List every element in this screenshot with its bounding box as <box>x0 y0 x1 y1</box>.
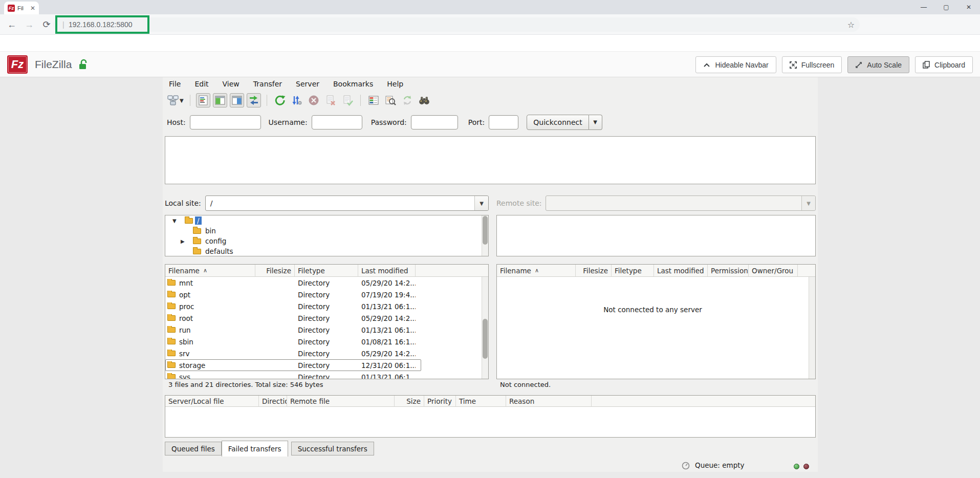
toggle-message-log-button[interactable] <box>196 93 210 107</box>
file-modified: 01/08/21 16:1... <box>358 338 416 346</box>
filter-button[interactable] <box>366 93 381 107</box>
close-button[interactable]: ✕ <box>957 0 980 14</box>
tree-scrollbar[interactable] <box>482 215 488 256</box>
folder-icon <box>193 238 201 244</box>
column-permissions[interactable]: Permission <box>708 265 749 276</box>
scrollbar-thumb[interactable] <box>483 216 488 245</box>
fullscreen-button[interactable]: Fullscreen <box>782 56 842 73</box>
column-reason[interactable]: Reason <box>506 396 592 406</box>
clipboard-button[interactable]: Clipboard <box>915 56 973 73</box>
file-row-sys[interactable]: sys Directory 01/13/21 06:1... <box>165 371 488 379</box>
hideable-navbar-button[interactable]: Hideable Navbar <box>695 56 776 73</box>
column-time[interactable]: Time <box>456 396 506 406</box>
column-filesize[interactable]: Filesize <box>576 265 612 276</box>
disconnect-icon <box>325 95 336 106</box>
tab-successful-transfers[interactable]: Successful transfers <box>291 442 374 455</box>
auto-scale-button[interactable]: Auto Scale <box>847 56 909 73</box>
browser-tab[interactable]: Fz FileZilla ✕ <box>4 2 39 14</box>
tree-item-bin[interactable]: bin <box>165 226 488 236</box>
column-filename[interactable]: Filename∧ <box>497 265 576 276</box>
file-row-sbin[interactable]: sbin Directory 01/08/21 16:1... <box>165 336 488 347</box>
column-direction[interactable]: Directio <box>259 396 287 406</box>
menu-file[interactable]: File <box>169 80 181 88</box>
cancel-icon <box>308 95 319 106</box>
tree-item-root[interactable]: ▼ / <box>165 215 488 226</box>
file-row-run[interactable]: run Directory 01/13/21 06:1... <box>165 324 488 336</box>
scrollbar-thumb[interactable] <box>483 319 488 359</box>
bookmark-star-icon[interactable]: ☆ <box>847 20 855 30</box>
column-modified[interactable]: Last modified <box>654 265 708 276</box>
column-server-local-file[interactable]: Server/Local file <box>165 396 259 406</box>
toggle-local-tree-button[interactable] <box>213 93 227 107</box>
column-size[interactable]: Size <box>395 396 424 406</box>
password-input[interactable] <box>411 115 458 129</box>
cancel-operation-button <box>307 93 321 107</box>
file-row-storage[interactable]: storage Directory 12/31/20 06:1... <box>165 359 421 371</box>
menu-help[interactable]: Help <box>387 80 403 88</box>
tab-close-icon[interactable]: ✕ <box>30 5 35 12</box>
sort-asc-icon: ∧ <box>203 267 207 274</box>
tab-queued-files[interactable]: Queued files <box>165 442 222 455</box>
host-input[interactable] <box>190 115 261 129</box>
column-priority[interactable]: Priority <box>424 396 456 406</box>
column-filename[interactable]: Filename∧ <box>165 265 255 276</box>
back-icon[interactable]: ← <box>4 14 19 35</box>
find-files-button[interactable] <box>417 93 431 107</box>
tree-expanded-icon[interactable]: ▼ <box>172 218 177 224</box>
file-row-mnt[interactable]: mnt Directory 05/29/20 14:2... <box>165 277 488 289</box>
file-row-srv[interactable]: srv Directory 05/29/20 14:2... <box>165 347 488 359</box>
directory-comparison-button[interactable] <box>383 93 398 107</box>
reload-icon[interactable]: ⟳ <box>39 14 54 35</box>
column-remote-file[interactable]: Remote file <box>287 396 395 406</box>
menu-server[interactable]: Server <box>296 80 319 88</box>
message-log[interactable] <box>165 136 816 184</box>
tab-failed-transfers[interactable]: Failed transfers <box>222 441 288 457</box>
tree-item-config[interactable]: ▶ config <box>165 236 488 246</box>
minimize-button[interactable]: — <box>912 0 935 14</box>
speed-limit-icon[interactable] <box>682 462 690 471</box>
quickconnect-dropdown-icon[interactable]: ▼ <box>589 115 602 130</box>
file-name: opt <box>179 291 190 299</box>
menu-edit[interactable]: Edit <box>194 80 208 88</box>
column-owner[interactable]: Owner/Grou <box>749 265 798 276</box>
local-site-label: Local site: <box>165 199 201 207</box>
file-name: srv <box>179 350 190 358</box>
local-tree[interactable]: ▼ / bin ▶ config defaults <box>165 215 489 256</box>
local-site-dropdown-icon[interactable]: ▼ <box>474 196 488 210</box>
toggle-remote-tree-button[interactable] <box>230 93 244 107</box>
maximize-button[interactable]: ▢ <box>935 0 957 14</box>
port-input[interactable] <box>489 115 518 129</box>
toggle-queue-button[interactable] <box>247 93 261 107</box>
local-site-combo[interactable]: / ▼ <box>205 195 489 211</box>
column-filetype[interactable]: Filetype <box>295 265 358 276</box>
url-text[interactable]: 192.168.0.182:5800 <box>69 20 133 29</box>
forward-icon[interactable]: → <box>21 14 37 35</box>
menu-bookmarks[interactable]: Bookmarks <box>333 80 373 88</box>
browser-toolbar: ← → ⟳ | 192.168.0.182:5800 ☆ ⋮ <box>0 14 980 35</box>
file-row-opt[interactable]: opt Directory 07/19/20 19:4... <box>165 289 488 300</box>
menu-view[interactable]: View <box>223 80 239 88</box>
folder-icon <box>167 327 176 333</box>
url-bar[interactable]: | 192.168.0.182:5800 ☆ <box>53 17 860 32</box>
local-file-list[interactable]: Filename∧ Filesize Filetype Last modifie… <box>165 264 489 379</box>
local-list-scrollbar[interactable] <box>482 277 488 379</box>
column-filesize[interactable]: Filesize <box>255 265 295 276</box>
tree-collapsed-icon[interactable]: ▶ <box>181 238 185 244</box>
remote-tree <box>496 215 816 256</box>
quickconnect-button[interactable]: Quickconnect <box>527 115 589 130</box>
username-input[interactable] <box>312 115 362 129</box>
tree-item-defaults[interactable]: defaults <box>165 246 488 256</box>
column-modified[interactable]: Last modified <box>358 265 416 276</box>
menu-transfer[interactable]: Transfer <box>253 80 282 88</box>
file-modified: 05/29/20 14:2... <box>358 279 416 287</box>
file-row-proc[interactable]: proc Directory 01/13/21 06:1... <box>165 300 488 312</box>
refresh-button[interactable] <box>273 93 287 107</box>
site-manager-dropdown-icon[interactable]: ▼ <box>180 98 184 103</box>
column-filetype[interactable]: Filetype <box>612 265 654 276</box>
folder-icon <box>167 303 176 309</box>
site-manager-button[interactable]: ▼ <box>167 93 184 107</box>
file-row-root[interactable]: root Directory 05/29/20 14:2... <box>165 312 488 324</box>
file-name: mnt <box>179 279 193 287</box>
process-queue-button[interactable] <box>290 93 304 107</box>
refresh-icon <box>274 95 286 106</box>
